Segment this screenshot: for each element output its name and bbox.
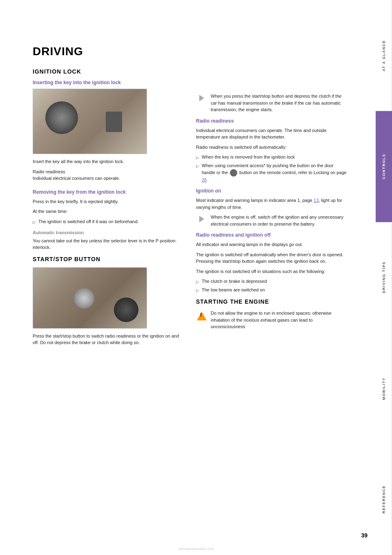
ignition-info-text: When the engine is off, switch off the i… [211, 214, 347, 227]
bullet-arrow-1: ▷ [33, 219, 36, 225]
inserting-subtitle: Inserting the key into the ignition lock [33, 80, 184, 85]
insert-text3: Individual electrical consumers can oper… [33, 176, 120, 181]
radio-readiness-subtitle: Radio readiness [196, 118, 347, 124]
ignition-bullet2-text: The low beams are switched on [202, 286, 265, 293]
automatic-text: You cannot take out the key unless the s… [33, 237, 184, 251]
sidebar-tab-driving-tips[interactable]: DRIVING TIPS [376, 222, 392, 333]
play-icon-2 [196, 214, 207, 225]
sidebar-label-controls: CONTROLS [382, 154, 386, 179]
radio-readiness-text1: Individual electrical consumers can oper… [196, 127, 347, 141]
sidebar-tab-controls[interactable]: CONTROLS [376, 111, 392, 222]
columns-layout: IGNITION LOCK Inserting the key into the… [33, 68, 347, 354]
bullet-arrow-i2: ▷ [196, 287, 199, 293]
sidebar-tab-mobility[interactable]: MOBILITY [376, 333, 392, 444]
insert-text1: Insert the key all the way into the igni… [33, 158, 184, 165]
radio-readiness-label: Radio readiness [33, 169, 65, 174]
ignition-bullet2: ▷ The low beams are switched on [196, 286, 347, 293]
ign-text-middle: , page [300, 198, 312, 203]
ign-page-link[interactable]: 13 [314, 198, 318, 203]
start-stop-info-text: When you press the start/stop button and… [211, 93, 347, 113]
automatic-section: Automatic transmission You cannot take o… [33, 230, 184, 251]
starting-engine-warning-text: Do not allow the engine to run in enclos… [211, 310, 347, 330]
radio-bullet1-text: When the key is removed from the ignitio… [202, 154, 295, 161]
bullet2-page-link[interactable]: 26 [202, 177, 207, 182]
play-triangle [199, 95, 204, 101]
radio-bullet1: ▷ When the key is removed from the ignit… [196, 154, 347, 161]
start-stop-image [33, 267, 147, 329]
sidebar-label-driving-tips: DRIVING TIPS [382, 262, 386, 293]
radio-ignition-off-section: Radio readiness and ignition off All ind… [196, 232, 347, 293]
radio-readiness-section: Radio readiness Individual electrical co… [196, 118, 347, 184]
col-left: IGNITION LOCK Inserting the key into the… [33, 68, 184, 354]
ignition-bullet1: ▷ The clutch or brake is depressed [196, 278, 347, 285]
radio-bullet2: ▷ When using convenient access* by pushi… [196, 162, 347, 183]
radio-readiness-text2: Radio readiness is switched off automati… [196, 144, 347, 151]
starting-engine-title: STARTING THE ENGINE [196, 298, 347, 305]
ignition-lock-title: IGNITION LOCK [33, 68, 184, 75]
radio-ignition-off-text3: The ignition is not switched off in situ… [196, 268, 347, 275]
sidebar-label-mobility: MOBILITY [382, 377, 386, 400]
ignition-info-box: When the engine is off, switch off the i… [196, 214, 347, 227]
bullet-arrow-r2: ▷ [196, 163, 199, 183]
watermark: carmanualsonline.info [178, 547, 214, 551]
removing-bullet1: ▷ The ignition is switched off if it was… [33, 218, 184, 225]
sidebar-tab-at-a-glance[interactable]: AT A GLANCE [376, 0, 392, 111]
ignition-on-text: Most indicator and warning lamps in indi… [196, 197, 347, 210]
radio-ignition-off-text1: All indicator and warning lamps in the d… [196, 241, 347, 248]
ignition-image [33, 89, 147, 154]
removing-bullet1-text: The ignition is switched off if it was o… [38, 218, 139, 225]
sidebar-label-at-a-glance: AT A GLANCE [382, 40, 386, 71]
ignition-bullet1-text: The clutch or brake is depressed [202, 278, 267, 285]
sidebar-label-reference: REFERENCE [382, 486, 386, 514]
right-sidebar: AT A GLANCE CONTROLS DRIVING TIPS MOBILI… [376, 0, 392, 555]
page-title: DRIVING [33, 45, 347, 58]
main-content: DRIVING IGNITION LOCK Inserting the key … [0, 0, 359, 555]
page-number: 39 [361, 532, 368, 539]
radio-bullet2-text: When using convenient access* by pushing… [202, 162, 347, 183]
bullet2-prefix: When using convenient access [202, 163, 264, 168]
start-stop-section: START/STOP BUTTON Press the start/stop b… [33, 256, 184, 346]
sidebar-tab-reference[interactable]: REFERENCE [376, 444, 392, 555]
page-container: DRIVING IGNITION LOCK Inserting the key … [0, 0, 392, 555]
bullet2-end: button on the remote control, refer to L… [239, 170, 346, 175]
insert-text2: Radio readiness Individual electrical co… [33, 168, 184, 182]
removing-text1: Press in the key briefly. It is ejected … [33, 198, 184, 205]
ignition-on-subtitle: Ignition on [196, 188, 347, 194]
removing-text2: At the same time: [33, 208, 184, 215]
play-triangle-2 [199, 216, 204, 222]
removing-subtitle: Removing the key from the ignition lock [33, 189, 184, 195]
warning-triangle-shape [197, 311, 207, 320]
starting-engine-warning: Do not allow the engine to run in enclos… [196, 310, 347, 330]
start-stop-title: START/STOP BUTTON [33, 256, 184, 262]
bullet-arrow-i1: ▷ [196, 279, 199, 285]
radio-ignition-off-text2: The ignition is switched off automatical… [196, 251, 347, 265]
ignition-lock-section: IGNITION LOCK Inserting the key into the… [33, 68, 184, 182]
start-stop-press-text: Press the start/stop button to switch ra… [33, 333, 184, 346]
starting-engine-section: STARTING THE ENGINE Do not allow the eng… [196, 298, 347, 330]
automatic-subtitle: Automatic transmission [33, 230, 184, 235]
radio-ignition-off-subtitle: Radio readiness and ignition off [196, 232, 347, 238]
bullet-arrow-r1: ▷ [196, 154, 199, 161]
warning-icon [196, 310, 207, 321]
ign-text-prefix: Most indicator and warning lamps in indi… [196, 198, 296, 203]
col-right: When you press the start/stop button and… [196, 68, 347, 354]
play-icon [196, 93, 207, 104]
ignition-on-section: Ignition on Most indicator and warning l… [196, 188, 347, 227]
removing-section: Removing the key from the ignition lock … [33, 189, 184, 225]
start-stop-info-box: When you press the start/stop button and… [196, 93, 347, 113]
